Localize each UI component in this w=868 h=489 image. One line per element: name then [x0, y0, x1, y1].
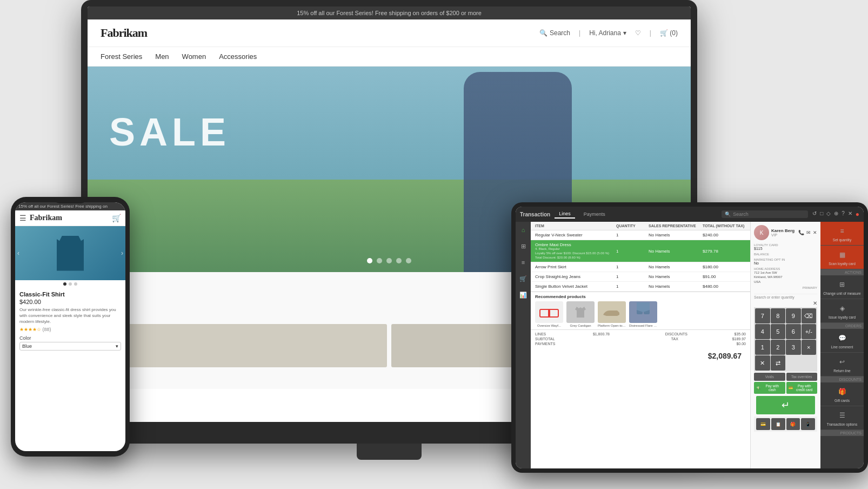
nav-men[interactable]: Men — [155, 52, 169, 61]
pos-lines-header: ITEM QUANTITY SALES REPRESENTATIVE TOTAL… — [531, 222, 750, 230]
close-icon[interactable]: ✕ — [848, 210, 852, 218]
numpad-exchange[interactable]: ⇄ — [771, 355, 786, 371]
numpad-9[interactable]: 9 — [786, 308, 801, 323]
table-row[interactable]: Single Button Velvet Jacket 1 No Hamels … — [531, 282, 750, 292]
sidebar-stats-icon[interactable]: 📊 — [518, 290, 528, 300]
numpad-5[interactable]: 5 — [771, 324, 786, 339]
numpad-void[interactable]: ✕ — [755, 355, 770, 371]
bottom-icon-1[interactable]: 💳 — [756, 418, 770, 430]
nav-forest-series[interactable]: Forest Series — [101, 52, 142, 61]
hero-dot-2[interactable] — [377, 258, 382, 263]
table-row[interactable]: Ombre Maxi Dress 4. Black, RegularLoyalt… — [531, 240, 750, 262]
numpad-backspace[interactable]: ⌫ — [802, 308, 817, 323]
customer-close-icon[interactable]: ✕ — [813, 230, 817, 235]
phone-color-select[interactable]: Blue ▾ — [19, 342, 121, 351]
hamburger-icon[interactable]: ☰ — [19, 214, 26, 222]
chevron-down-icon: ▾ — [623, 29, 626, 37]
numpad-4[interactable]: 4 — [755, 324, 770, 339]
next-product-button[interactable]: › — [121, 249, 123, 257]
numpad-multiply[interactable]: × — [802, 340, 817, 355]
hero-dot-5[interactable] — [406, 258, 411, 263]
return-line-button[interactable]: ↩ Return line — [820, 353, 864, 376]
user-menu[interactable]: Hi, Adriana ▾ — [589, 29, 626, 37]
list-item[interactable]: Oversize Wayf... — [535, 301, 563, 327]
phone-carousel-dots — [15, 280, 125, 288]
pos-tab-payments[interactable]: Payments — [579, 210, 610, 218]
phone-product-image: ‹ › — [15, 226, 125, 280]
set-quantity-button[interactable]: ≡ Set quantity — [820, 222, 864, 246]
table-row[interactable]: Regular V-Neck Sweater 1 No Hamels $240.… — [531, 230, 750, 240]
scan-loyalty-button[interactable]: ▦ Scan loyalty card — [820, 246, 864, 269]
sidebar-home-icon[interactable]: ⌂ — [518, 225, 528, 235]
numpad-2[interactable]: 2 — [771, 340, 786, 355]
numpad-plusminus[interactable]: +/- — [802, 324, 817, 339]
settings-icon[interactable]: ⊕ — [834, 210, 838, 218]
sidebar-receipt-icon[interactable]: ≡ — [518, 257, 528, 267]
tablet-screen: Transaction Lines Payments 🔍 Search ↺ □ … — [516, 207, 864, 468]
help-icon[interactable]: ? — [842, 210, 845, 218]
phone-dot-1[interactable] — [63, 282, 66, 286]
phone-cart-icon[interactable]: 🛒 — [112, 214, 121, 222]
window-icon[interactable]: □ — [820, 210, 823, 218]
issue-loyalty-button[interactable]: ◈ Issue loyalty card — [820, 299, 864, 323]
bottom-icon-3[interactable]: 🎁 — [786, 418, 800, 430]
hero-dot-3[interactable] — [386, 258, 392, 263]
change-unit-button[interactable]: ⊞ Change unit of measure — [820, 275, 864, 299]
tablet-pos: Transaction Lines Payments 🔍 Search ↺ □ … — [511, 202, 868, 473]
list-item[interactable]: Platform Open-toe... — [598, 301, 626, 327]
table-row[interactable]: Arrow Print Skirt 1 No Hamels $180.00 — [531, 262, 750, 272]
gift-icon: 🎁 — [837, 386, 847, 397]
numpad-close-icon[interactable]: ✕ — [813, 300, 817, 306]
search-area[interactable]: 🔍 Search — [539, 29, 570, 37]
loyalty-icon: ◈ — [837, 303, 847, 314]
nav-women[interactable]: Women — [182, 52, 206, 61]
tax-override-button[interactable]: Tax overrides — [786, 373, 818, 381]
bottom-icon-2[interactable]: 📋 — [771, 418, 785, 430]
numpad-1[interactable]: 1 — [755, 340, 770, 355]
hero-dot-1[interactable] — [367, 258, 372, 263]
nav-accessories[interactable]: Accessories — [219, 52, 257, 61]
numpad-7[interactable]: 7 — [755, 308, 770, 323]
chevron-down-icon: ▾ — [116, 343, 118, 349]
phone-icon[interactable]: 📞 — [798, 230, 804, 235]
pay-cash-button[interactable]: 💵 Pay with cash — [754, 382, 785, 394]
sidebar-cart-icon[interactable]: 🛒 — [518, 274, 528, 283]
scene: 15% off all our Forest Series! Free ship… — [0, 0, 868, 489]
sidebar-grid-icon[interactable]: ⊞ — [518, 241, 528, 251]
gift-cards-button[interactable]: 🎁 Gift cards — [820, 382, 864, 406]
phone-dot-2[interactable] — [69, 282, 72, 286]
numpad-8[interactable]: 8 — [771, 308, 786, 323]
shop-banner: 15% off all our Forest Series! Free ship… — [88, 6, 691, 19]
void-button[interactable]: Voids — [754, 373, 785, 381]
cart-icon[interactable]: 🛒 (0) — [660, 29, 678, 37]
phone-product-rating: ★★★★☆ (88) — [19, 327, 121, 332]
wishlist-icon[interactable]: ♡ — [635, 29, 641, 37]
hero-carousel-dots — [367, 258, 411, 263]
options-icon: ☰ — [837, 410, 847, 421]
prev-product-button[interactable]: ‹ — [17, 249, 19, 257]
transaction-options-button[interactable]: ☰ Transaction options — [820, 406, 864, 430]
pos-recommended-section: Recommended products Oversize Wayf... — [531, 292, 750, 329]
list-item[interactable]: Grey Cardigan — [566, 301, 595, 327]
diamond-icon[interactable]: ◇ — [826, 210, 831, 218]
numpad-3[interactable]: 3 — [786, 340, 801, 355]
email-icon[interactable]: ✉ — [806, 230, 811, 235]
unit-icon: ⊞ — [837, 279, 847, 290]
phone-dot-3[interactable] — [74, 282, 77, 286]
recommended-items: Oversize Wayf... Grey Cardigan — [535, 301, 746, 327]
hero-dot-4[interactable] — [396, 258, 402, 263]
numpad-6[interactable]: 6 — [786, 324, 801, 339]
pay-card-button[interactable]: 💳 Pay with credit card — [786, 382, 818, 394]
line-comment-button[interactable]: 💬 Line comment — [820, 329, 864, 353]
comment-icon: 💬 — [837, 333, 847, 343]
pos-tab-lines[interactable]: Lines — [555, 210, 575, 219]
list-item[interactable]: Distressed Flare Je... — [629, 301, 657, 327]
refresh-icon[interactable]: ↺ — [812, 210, 817, 218]
enter-button[interactable]: ↵ — [756, 396, 815, 414]
phone-product-name: Classic-Fit Shirt — [19, 291, 121, 298]
glasses-illustration — [538, 307, 560, 318]
pos-search-box[interactable]: 🔍 Search — [722, 210, 808, 218]
user-icon[interactable]: ● — [856, 210, 859, 218]
table-row[interactable]: Crop Straight-leg Jeans 1 No Hamels $91.… — [531, 272, 750, 282]
bottom-icon-4[interactable]: 📱 — [801, 418, 815, 430]
